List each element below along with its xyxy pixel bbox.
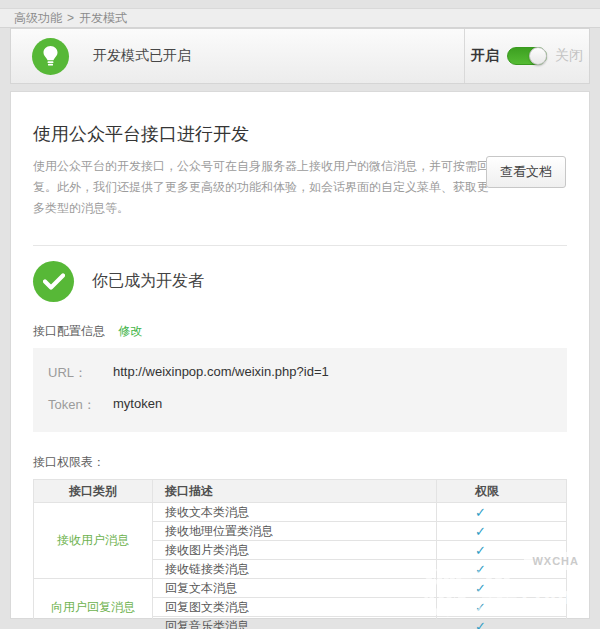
permission-cell: ✓	[437, 541, 567, 560]
url-value: http://weixinpop.com/weixin.php?id=1	[113, 364, 329, 382]
dev-mode-status-text: 开发模式已开启	[93, 47, 191, 65]
config-url-row: URL： http://weixinpop.com/weixin.php?id=…	[48, 364, 552, 382]
breadcrumb: 高级功能 > 开发模式	[0, 8, 600, 28]
granted-check-icon: ✓	[475, 600, 486, 615]
description-cell: 接收图片类消息	[153, 541, 437, 560]
page-title: 使用公众平台接口进行开发	[33, 122, 567, 146]
column-header-description: 接口描述	[153, 480, 437, 503]
success-check-icon	[33, 261, 74, 302]
intro-description: 使用公众平台的开发接口，公众号可在自身服务器上接收用户的微信消息，并可按需回复。…	[33, 156, 495, 219]
toggle-knob[interactable]	[529, 47, 547, 65]
dev-mode-toggle-switch[interactable]	[507, 47, 547, 65]
granted-check-icon: ✓	[475, 581, 486, 596]
dev-mode-status-bar: 开发模式已开启 开启 关闭	[10, 28, 590, 84]
granted-check-icon: ✓	[475, 505, 486, 520]
column-header-permission: 权限	[437, 480, 567, 503]
developer-settings-card: 使用公众平台接口进行开发 使用公众平台的开发接口，公众号可在自身服务器上接收用户…	[10, 91, 590, 619]
granted-check-icon: ✓	[475, 619, 486, 629]
token-label: Token：	[48, 396, 113, 414]
description-cell: 回复音乐类消息	[153, 617, 437, 629]
url-label: URL：	[48, 364, 113, 382]
developer-status-message: 你已成为开发者	[92, 271, 204, 292]
granted-check-icon: ✓	[475, 524, 486, 539]
table-row: 接收用户消息接收文本类消息✓	[34, 503, 567, 522]
lightbulb-icon	[32, 38, 69, 75]
table-row: 向用户回复消息回复文本消息✓	[34, 579, 567, 598]
breadcrumb-separator: >	[67, 11, 74, 25]
description-cell: 回复文本消息	[153, 579, 437, 598]
description-cell: 接收文本类消息	[153, 503, 437, 522]
view-docs-button[interactable]: 查看文档	[486, 156, 566, 188]
permission-cell: ✓	[437, 560, 567, 579]
granted-check-icon: ✓	[475, 543, 486, 558]
config-section-header: 接口配置信息 修改	[33, 323, 567, 340]
permission-cell: ✓	[437, 522, 567, 541]
config-section-label: 接口配置信息	[33, 324, 105, 338]
dev-mode-toggle-zone: 开启 关闭	[464, 29, 589, 83]
permission-cell: ✓	[437, 503, 567, 522]
breadcrumb-current: 开发模式	[79, 10, 127, 27]
edit-config-link[interactable]: 修改	[118, 324, 142, 338]
description-cell: 接收地理位置类消息	[153, 522, 437, 541]
category-cell: 向用户回复消息	[34, 579, 153, 629]
permission-cell: ✓	[437, 579, 567, 598]
description-cell: 回复图文类消息	[153, 598, 437, 617]
permission-cell: ✓	[437, 598, 567, 617]
permissions-header-row: 接口类别 接口描述 权限	[34, 480, 567, 503]
toggle-off-label: 关闭	[555, 47, 583, 65]
permission-cell: ✓	[437, 617, 567, 629]
token-value: mytoken	[113, 396, 162, 414]
category-cell: 接收用户消息	[34, 503, 153, 579]
section-divider	[33, 245, 567, 246]
developer-status-row: 你已成为开发者	[33, 261, 567, 302]
breadcrumb-parent-link[interactable]: 高级功能	[14, 10, 62, 27]
toggle-on-label: 开启	[471, 47, 499, 65]
permissions-section-label: 接口权限表：	[33, 454, 567, 471]
permissions-table: 接口类别 接口描述 权限 接收用户消息接收文本类消息✓接收地理位置类消息✓接收图…	[33, 479, 567, 629]
granted-check-icon: ✓	[475, 562, 486, 577]
description-cell: 接收链接类消息	[153, 560, 437, 579]
config-token-row: Token： mytoken	[48, 396, 552, 414]
column-header-category: 接口类别	[34, 480, 153, 503]
config-box: URL： http://weixinpop.com/weixin.php?id=…	[33, 348, 567, 432]
